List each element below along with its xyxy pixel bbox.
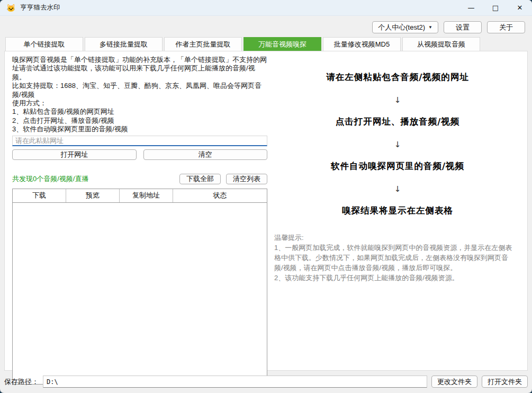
clear-url-button[interactable]: 清空 — [143, 149, 268, 160]
instruction-step-4: 嗅探结果将显示在左侧表格 — [268, 205, 527, 217]
table-header-row: 下载 预览 复制地址 状态 — [13, 189, 267, 203]
column-header-preview: 预览 — [66, 189, 120, 202]
change-folder-button[interactable]: 更改文件夹 — [431, 376, 477, 388]
table-body-empty — [13, 203, 267, 384]
column-header-download: 下载 — [13, 189, 66, 202]
column-header-status: 状态 — [173, 189, 267, 202]
tab-universal-media-sniffer[interactable]: 万能音视频嗅探 — [244, 37, 321, 51]
column-header-copy-address: 复制地址 — [120, 189, 173, 202]
found-count-status: 共发现0个音频/视频/直播 — [12, 174, 88, 184]
close-button[interactable]: ✕ — [508, 0, 532, 15]
clear-list-button[interactable]: 清空列表 — [226, 174, 267, 184]
app-window: 🐱 亨亨猫去水印 — □ ✕ 个人中心(test2) ▼ 设置 关于 单个链接提… — [0, 0, 532, 393]
right-panel: 请在左侧粘贴包含音频/视频的网址 ↓ 点击打开网址、播放音频/视频 ↓ 软件自动… — [268, 51, 527, 370]
open-url-button[interactable]: 打开网址 — [12, 149, 137, 160]
sniff-results-table: 下载 预览 复制地址 状态 — [12, 189, 267, 385]
tab-author-homepage-batch-extract[interactable]: 作者主页批量提取 — [164, 37, 242, 51]
tab-multi-link-batch-extract[interactable]: 多链接批量提取 — [85, 37, 163, 51]
cat-app-icon: 🐱 — [6, 4, 15, 12]
save-path-label: 保存路径： — [4, 377, 39, 387]
down-arrow-icon: ↓ — [268, 140, 527, 149]
about-button[interactable]: 关于 — [487, 21, 525, 33]
tab-single-link-extract[interactable]: 单个链接提取 — [5, 37, 83, 51]
account-center-label: 个人中心(test2) — [378, 22, 425, 33]
maximize-button[interactable]: □ — [483, 0, 508, 15]
header-button-row: 个人中心(test2) ▼ 设置 关于 — [0, 16, 532, 33]
warm-tips-text: 温馨提示: 1、一般网页加载完成，软件就能嗅探到网页中的音视频资源，并显示在左侧… — [274, 233, 515, 283]
tab-batch-modify-video-md5[interactable]: 批量修改视频MD5 — [323, 37, 401, 51]
tab-extract-audio-from-video[interactable]: 从视频提取音频 — [402, 37, 480, 51]
instruction-step-2: 点击打开网址、播放音频/视频 — [268, 116, 527, 128]
window-controls: — □ ✕ — [459, 0, 532, 15]
result-status-row: 共发现0个音频/视频/直播 下载全部 清空列表 — [12, 174, 267, 184]
download-all-button[interactable]: 下载全部 — [179, 174, 221, 184]
instruction-step-3: 软件自动嗅探网页里的音频/视频 — [268, 160, 527, 172]
tab-content-panel: 嗅探网页音视频是「单个链接提取」功能的补充版本，「单个链接提取」不支持的网址请尝… — [4, 51, 528, 371]
save-path-input[interactable] — [43, 376, 427, 388]
settings-button[interactable]: 设置 — [444, 21, 482, 33]
account-center-button[interactable]: 个人中心(test2) ▼ — [372, 21, 438, 33]
chevron-down-icon: ▼ — [428, 25, 432, 30]
minimize-button[interactable]: — — [459, 0, 483, 15]
left-panel: 嗅探网页音视频是「单个链接提取」功能的补充版本，「单个链接提取」不支持的网址请尝… — [5, 51, 268, 370]
tab-bar: 单个链接提取 多链接批量提取 作者主页批量提取 万能音视频嗅探 批量修改视频MD… — [0, 33, 532, 51]
open-folder-button[interactable]: 打开文件夹 — [482, 376, 528, 388]
down-arrow-icon: ↓ — [268, 184, 527, 194]
feature-description: 嗅探网页音视频是「单个链接提取」功能的补充版本，「单个链接提取」不支持的网址请尝… — [12, 56, 267, 134]
instruction-step-1: 请在左侧粘贴包含音频/视频的网址 — [268, 72, 527, 83]
down-arrow-icon: ↓ — [268, 95, 527, 105]
window-title: 亨亨猫去水印 — [20, 3, 60, 12]
url-action-row: 打开网址 清空 — [12, 149, 267, 160]
url-input[interactable] — [12, 136, 267, 146]
titlebar: 🐱 亨亨猫去水印 — □ ✕ — [0, 0, 532, 16]
